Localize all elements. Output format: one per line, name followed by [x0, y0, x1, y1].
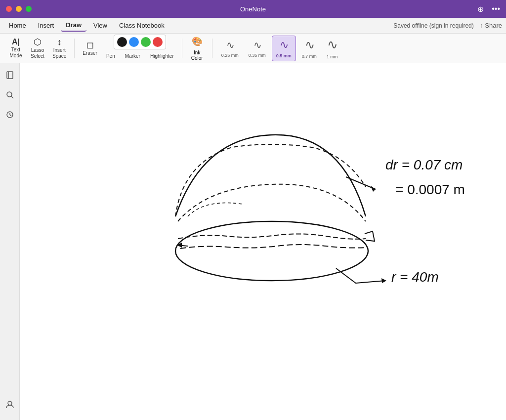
- close-button[interactable]: [6, 6, 12, 12]
- menu-insert[interactable]: Insert: [33, 20, 59, 31]
- lasso-label: LassoSelect: [31, 47, 44, 59]
- search-icon[interactable]: [2, 87, 18, 103]
- stroke-wave-3: ∿: [280, 39, 288, 51]
- minimize-button[interactable]: [16, 6, 22, 12]
- stroke-wave-1: ∿: [226, 39, 234, 51]
- svg-text:r = 40m: r = 40m: [391, 269, 439, 285]
- menu-bar: Home Insert Draw View Class Notebook Sav…: [0, 18, 506, 34]
- color-blue[interactable]: [129, 37, 139, 47]
- eraser-button[interactable]: ◻ Eraser: [80, 36, 100, 61]
- share-label: Share: [485, 22, 502, 29]
- marker-label: Marker: [125, 53, 140, 59]
- lasso-icon: ⬡: [34, 38, 42, 46]
- more-icon[interactable]: •••: [492, 4, 500, 13]
- stroke-label-2: 0.35 mm: [249, 53, 266, 58]
- menu-right: Saved offline (sign in required) ↑ Share: [393, 22, 502, 29]
- stroke-0.25mm[interactable]: ∿ 0.25 mm: [217, 36, 243, 61]
- maximize-button[interactable]: [26, 6, 32, 12]
- pen-tools: Pen Marker Highlighter: [103, 35, 177, 62]
- svg-rect-0: [7, 72, 13, 79]
- share-button[interactable]: ↑ Share: [480, 22, 502, 29]
- eraser-icon: ◻: [86, 41, 94, 49]
- share-icon: ↑: [480, 22, 483, 29]
- highlighter-button[interactable]: Highlighter: [147, 50, 177, 62]
- stroke-wave-2: ∿: [253, 39, 261, 51]
- text-mode-icon: A|: [12, 38, 20, 46]
- selection-tools: A| TextMode ⬡ LassoSelect ↕ InsertSpace: [6, 36, 69, 61]
- svg-line-6: [10, 115, 11, 116]
- left-sidebar: [0, 63, 20, 420]
- menu-draw[interactable]: Draw: [61, 19, 86, 32]
- notebooks-icon[interactable]: [2, 67, 18, 83]
- ink-color-label: InkColor: [191, 50, 203, 61]
- marker-button[interactable]: Marker: [122, 50, 143, 62]
- menu-view[interactable]: View: [88, 20, 112, 31]
- main-area: dr = 0.07 cm = 0.0007 m r = 40m: [0, 63, 506, 420]
- text-mode-label: TextMode: [9, 47, 22, 59]
- drawing-svg[interactable]: dr = 0.07 cm = 0.0007 m r = 40m: [20, 63, 506, 420]
- insert-space-label: InsertSpace: [52, 47, 66, 59]
- divider-3: [212, 39, 212, 58]
- stroke-1mm[interactable]: ∿ 1 mm: [323, 36, 342, 61]
- menu-class-notebook[interactable]: Class Notebook: [114, 20, 169, 31]
- lasso-select-button[interactable]: ⬡ LassoSelect: [28, 36, 47, 61]
- eraser-label: Eraser: [83, 50, 97, 56]
- color-black[interactable]: [117, 37, 127, 47]
- stroke-label-5: 1 mm: [327, 54, 338, 59]
- insert-space-icon: ↕: [57, 38, 62, 46]
- highlighter-label: Highlighter: [150, 53, 174, 59]
- canvas-area[interactable]: dr = 0.07 cm = 0.0007 m r = 40m: [20, 63, 506, 420]
- stroke-wave-5: ∿: [327, 37, 337, 52]
- title-bar: OneNote ⊕ •••: [0, 0, 506, 18]
- svg-line-3: [11, 96, 13, 98]
- stroke-0.35mm[interactable]: ∿ 0.35 mm: [245, 36, 270, 61]
- svg-point-8: [175, 221, 368, 281]
- divider-1: [74, 39, 75, 58]
- color-green[interactable]: [141, 37, 151, 47]
- color-red[interactable]: [153, 37, 163, 47]
- svg-text:= 0.0007 m: = 0.0007 m: [395, 182, 465, 197]
- stroke-label-4: 0.7 mm: [302, 54, 317, 59]
- stroke-label-3: 0.5 mm: [276, 53, 292, 58]
- color-swatches: [114, 35, 166, 49]
- stroke-wave-4: ∿: [305, 38, 314, 52]
- svg-text:dr = 0.07 cm: dr = 0.07 cm: [385, 157, 463, 172]
- network-icon[interactable]: ⊕: [477, 4, 484, 14]
- ink-color-button[interactable]: 🎨 InkColor: [187, 36, 207, 61]
- account-icon[interactable]: [2, 396, 18, 412]
- menu-home[interactable]: Home: [4, 20, 31, 31]
- pen-label: Pen: [106, 53, 115, 59]
- svg-marker-9: [371, 186, 376, 192]
- traffic-lights: [6, 6, 32, 12]
- text-mode-button[interactable]: A| TextMode: [6, 36, 26, 61]
- toolbar: A| TextMode ⬡ LassoSelect ↕ InsertSpace …: [0, 34, 506, 63]
- svg-marker-10: [381, 278, 386, 283]
- stroke-0.5mm[interactable]: ∿ 0.5 mm: [272, 36, 296, 61]
- svg-point-7: [8, 401, 12, 405]
- stroke-sizes: ∿ 0.25 mm ∿ 0.35 mm ∿ 0.5 mm ∿ 0.7 mm ∿ …: [217, 36, 342, 61]
- stroke-label-1: 0.25 mm: [221, 53, 239, 58]
- history-icon[interactable]: [2, 107, 18, 123]
- saved-status: Saved offline (sign in required): [393, 22, 474, 29]
- app-title: OneNote: [240, 5, 266, 13]
- divider-2: [182, 39, 182, 58]
- pen-button[interactable]: Pen: [103, 50, 118, 62]
- stroke-0.7mm[interactable]: ∿ 0.7 mm: [298, 36, 321, 61]
- insert-space-button[interactable]: ↕ InsertSpace: [49, 36, 69, 61]
- svg-point-2: [7, 92, 12, 97]
- ink-palette-icon: 🎨: [192, 36, 203, 47]
- title-bar-right: ⊕ •••: [477, 4, 500, 14]
